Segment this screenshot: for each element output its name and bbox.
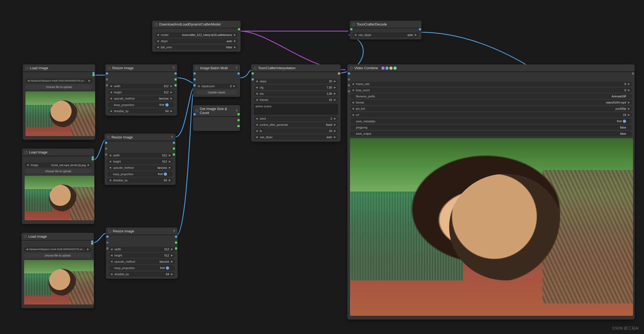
help-icon[interactable]: ? bbox=[173, 66, 174, 70]
input-port[interactable] bbox=[193, 84, 196, 86]
input-port[interactable] bbox=[105, 142, 107, 144]
input-port[interactable] bbox=[106, 84, 108, 86]
collapse-icon[interactable] bbox=[25, 67, 28, 69]
control-after-generate-field[interactable]: ◀control_after_generatefixed▶ bbox=[254, 122, 338, 127]
input-port[interactable] bbox=[348, 84, 350, 86]
model-field[interactable]: ◀modeltooncrafter_512_interp-fp16.safete… bbox=[155, 32, 238, 37]
node-download-load-dynamicrafter[interactable]: #4 DownloadAndLoadDynamiCrafterModel ◀mo… bbox=[152, 21, 241, 52]
output-port[interactable] bbox=[237, 125, 240, 127]
node-titlebar[interactable]: ToonCrafterDecode bbox=[350, 21, 422, 28]
upscale-method-field[interactable]: ◀upscale_methodlanczos▶ bbox=[108, 96, 174, 101]
collapse-icon[interactable] bbox=[352, 23, 355, 26]
save-metadata-field[interactable]: save_metadatatrue bbox=[350, 119, 632, 124]
fp8-unet-field[interactable]: ◀fp8_unetfalse▶ bbox=[155, 45, 238, 50]
help-icon[interactable]: ? bbox=[171, 135, 173, 139]
output-port-mask[interactable] bbox=[92, 158, 94, 160]
keep-proportion-field[interactable]: keep_proportiontrue bbox=[108, 102, 174, 107]
output-port[interactable] bbox=[237, 113, 240, 115]
node-load-image-1[interactable]: #1 Load Image ◀clipspace/clipspace-mask-… bbox=[23, 64, 95, 140]
collapse-icon[interactable] bbox=[196, 109, 198, 112]
frame-rate-field[interactable]: ◀frame_rate8▶ bbox=[350, 82, 632, 86]
node-titlebar[interactable]: Load Image bbox=[23, 64, 95, 72]
toggle-icon[interactable] bbox=[623, 120, 626, 123]
input-port[interactable] bbox=[252, 72, 254, 75]
loop-count-field[interactable]: ◀loop_count0▶ bbox=[350, 88, 632, 93]
pingpong-field[interactable]: pingpongfalse bbox=[350, 125, 632, 130]
collapse-icon[interactable] bbox=[196, 67, 198, 69]
input-port[interactable] bbox=[106, 78, 108, 80]
output-port[interactable] bbox=[237, 119, 240, 121]
node-get-image-size-count[interactable]: #6 KJNodes for ComfyUI Get Image Size & … bbox=[193, 105, 240, 131]
collapse-icon[interactable] bbox=[254, 67, 256, 69]
seed-field[interactable]: ◀seed2▶ bbox=[254, 116, 338, 121]
input-port[interactable] bbox=[193, 72, 196, 75]
output-port[interactable] bbox=[175, 236, 177, 238]
input-port[interactable] bbox=[105, 153, 107, 156]
input-port[interactable] bbox=[348, 72, 350, 75]
node-resize-image-45[interactable]: #45 Resize Image? ◀width512▶ ◀height512▶… bbox=[106, 227, 178, 279]
output-port-image[interactable] bbox=[91, 240, 93, 243]
height-field[interactable]: ◀height512▶ bbox=[107, 159, 173, 164]
fs-field[interactable]: ◀fs10▶ bbox=[254, 129, 338, 133]
image-path-field[interactable]: ◀clipspace/clipspace-mask-8168.900000003… bbox=[25, 78, 92, 83]
eta-field[interactable]: ◀eta1.00▶ bbox=[254, 91, 338, 96]
crf-field[interactable]: ◀crf19▶ bbox=[350, 112, 632, 117]
pix-fmt-field[interactable]: ◀pix_fmtyuv420p▶ bbox=[350, 106, 632, 111]
divisible-by-field[interactable]: ◀divisible_by64▶ bbox=[108, 109, 174, 113]
width-field[interactable]: ◀width512▶ bbox=[107, 153, 173, 158]
node-titlebar[interactable]: Load Image bbox=[22, 149, 94, 156]
height-field[interactable]: ◀height512▶ bbox=[109, 253, 175, 258]
collapse-icon[interactable] bbox=[155, 23, 158, 26]
help-icon[interactable]: ? bbox=[173, 229, 175, 233]
toggle-icon[interactable] bbox=[164, 172, 167, 176]
toggle-icon[interactable] bbox=[165, 103, 169, 107]
output-port-mask[interactable] bbox=[92, 74, 95, 76]
choose-file-button[interactable]: choose file to upload bbox=[25, 169, 92, 174]
collapse-icon[interactable] bbox=[107, 136, 110, 139]
node-titlebar[interactable]: Resize Image? bbox=[106, 227, 178, 235]
collapse-icon[interactable] bbox=[350, 67, 353, 69]
collapse-icon[interactable] bbox=[24, 235, 27, 238]
frames-field[interactable]: ◀frames16▶ bbox=[254, 97, 338, 102]
node-resize-image-7[interactable]: #7 Resize Image? ◀width512▶ ◀height512▶ … bbox=[105, 134, 176, 185]
input-port[interactable] bbox=[106, 247, 109, 249]
steps-field[interactable]: ◀steps20▶ bbox=[254, 79, 338, 84]
cfg-field[interactable]: ◀cfg7.00▶ bbox=[254, 85, 338, 90]
output-port[interactable] bbox=[419, 28, 421, 30]
input-port[interactable] bbox=[348, 78, 350, 80]
vae-dtype-field[interactable]: ◀vae_dtypeauto▶ bbox=[254, 135, 338, 140]
node-load-image-44[interactable]: #44 Load Image ◀clipspace/clipspace-mask… bbox=[21, 233, 94, 308]
node-video-combine[interactable]: #29 ComfyUI-VideoHelperSuite Video Combi… bbox=[347, 64, 635, 320]
node-tooncrafter-interpolation[interactable]: #42 ToonCrafterInterpolation ◀steps20▶ ◀… bbox=[251, 64, 341, 142]
node-image-batch-multi[interactable]: #28 KJNodes for ComfyUI Image Batch Mult… bbox=[193, 64, 240, 97]
input-port[interactable] bbox=[252, 78, 254, 80]
input-port[interactable] bbox=[193, 113, 196, 115]
input-port[interactable] bbox=[348, 90, 350, 92]
inputcount-field[interactable]: ◀inputcount3▶ bbox=[196, 84, 237, 89]
input-port[interactable] bbox=[193, 78, 196, 80]
vae-dtype-field[interactable]: ◀vae_dtypeauto▶ bbox=[352, 32, 419, 37]
input-port[interactable] bbox=[106, 241, 109, 244]
node-titlebar[interactable]: Image Batch Multi? bbox=[193, 64, 240, 72]
output-port-image[interactable] bbox=[92, 156, 94, 158]
collapse-icon[interactable] bbox=[108, 67, 111, 69]
help-icon[interactable]: ? bbox=[236, 66, 237, 70]
collapse-icon[interactable] bbox=[109, 230, 111, 233]
save-output-field[interactable]: save_outputfalse bbox=[350, 131, 632, 136]
output-port[interactable] bbox=[174, 72, 177, 75]
upscale-method-field[interactable]: ◀upscale_methodlanczos▶ bbox=[107, 165, 173, 170]
node-titlebar[interactable]: Get Image Size & Count? bbox=[193, 105, 240, 117]
output-port[interactable] bbox=[175, 241, 177, 244]
output-port[interactable] bbox=[238, 28, 240, 30]
image-path-field[interactable]: ◀clipspace/clipspace-mask-8168.900000003… bbox=[24, 247, 91, 252]
keep-proportion-field[interactable]: keep_proportiontrue bbox=[109, 265, 175, 270]
output-port-mask[interactable] bbox=[91, 243, 93, 245]
input-port[interactable] bbox=[350, 28, 352, 30]
filename-prefix-field[interactable]: filename_prefixAnimateDiff bbox=[350, 94, 632, 99]
output-port[interactable] bbox=[632, 72, 634, 75]
node-load-image-2[interactable]: #2 Load Image ◀image72109_125.mp4_00-00 … bbox=[22, 149, 94, 224]
output-port[interactable] bbox=[338, 72, 340, 75]
keep-proportion-field[interactable]: keep_proportiontrue bbox=[107, 171, 173, 177]
choose-file-button[interactable]: choose file to upload bbox=[24, 253, 91, 258]
input-port[interactable] bbox=[106, 72, 108, 75]
